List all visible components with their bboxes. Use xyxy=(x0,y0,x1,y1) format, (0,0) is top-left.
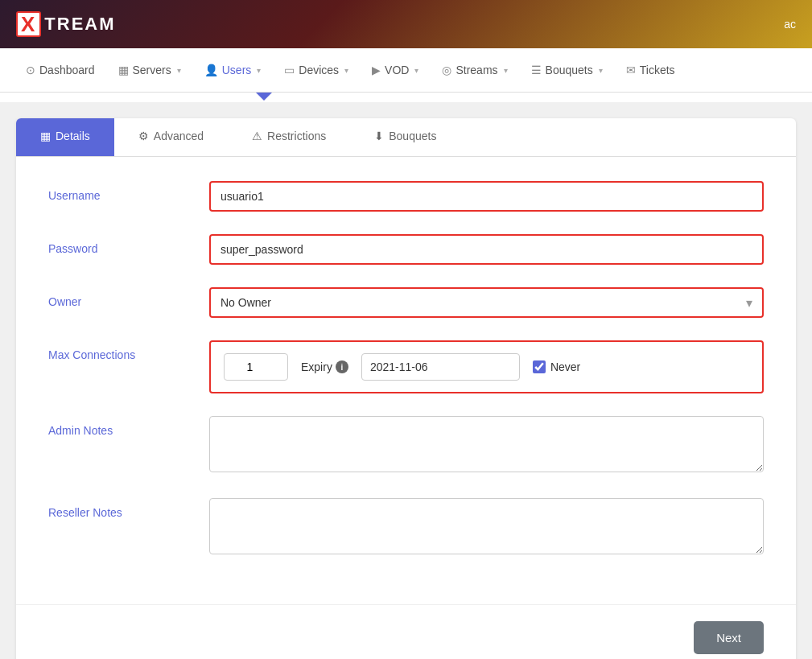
never-checkbox[interactable] xyxy=(533,360,546,373)
admin-notes-label: Admin Notes xyxy=(48,416,209,437)
tab-bar: ▦ Details ⚙ Advanced ⚠ Restrictions ⬇ Bo… xyxy=(16,118,796,157)
form-footer: Next xyxy=(16,604,796,659)
owner-row: Owner No Owner ▾ xyxy=(48,287,764,318)
owner-label: Owner xyxy=(48,287,209,308)
max-connections-control: Expiry i Never xyxy=(209,340,764,393)
username-row: Username xyxy=(48,181,764,212)
never-checkbox-label[interactable]: Never xyxy=(533,360,580,373)
content-area: ▦ Details ⚙ Advanced ⚠ Restrictions ⬇ Bo… xyxy=(0,102,812,659)
main-card: ▦ Details ⚙ Advanced ⚠ Restrictions ⬇ Bo… xyxy=(16,118,796,659)
nav-users-label: Users xyxy=(222,64,252,76)
logo: X TREAM xyxy=(16,11,116,37)
tab-advanced-label: Advanced xyxy=(154,130,204,142)
max-connections-row: Max Connections Expiry i Never xyxy=(48,340,764,393)
tab-bouquets-label: Bouquets xyxy=(389,130,436,142)
nav-bouquets-label: Bouquets xyxy=(546,64,593,76)
nav-bar: ⊙ Dashboard ▦ Servers ▾ 👤 Users ▾ ▭ Devi… xyxy=(0,48,812,93)
admin-notes-control xyxy=(209,416,764,476)
username-input[interactable] xyxy=(209,181,764,212)
max-connections-label: Max Connections xyxy=(48,340,209,361)
bouquets-tab-icon: ⬇ xyxy=(374,130,384,142)
details-tab-icon: ▦ xyxy=(40,130,51,142)
vod-chevron-icon: ▾ xyxy=(414,66,418,75)
password-input[interactable] xyxy=(209,234,764,265)
dashboard-icon: ⊙ xyxy=(26,64,35,76)
vod-icon: ▶ xyxy=(372,64,381,76)
nav-tickets-label: Tickets xyxy=(640,64,675,76)
top-bar: X TREAM ac xyxy=(0,0,812,48)
reseller-notes-textarea[interactable] xyxy=(209,498,764,554)
admin-notes-row: Admin Notes xyxy=(48,416,764,476)
tab-details-label: Details xyxy=(56,130,90,142)
password-control xyxy=(209,234,764,265)
nav-users[interactable]: 👤 Users ▾ xyxy=(195,57,271,83)
advanced-tab-icon: ⚙ xyxy=(138,130,149,142)
nav-servers[interactable]: ▦ Servers ▾ xyxy=(109,57,191,83)
username-label: Username xyxy=(48,181,209,202)
tickets-icon: ✉ xyxy=(626,64,636,76)
users-chevron-icon: ▾ xyxy=(257,66,261,75)
servers-icon: ▦ xyxy=(118,64,129,76)
admin-notes-textarea[interactable] xyxy=(209,416,764,472)
connections-wrapper: Expiry i Never xyxy=(209,340,764,393)
tab-bouquets[interactable]: ⬇ Bouquets xyxy=(350,118,460,156)
logo-text: TREAM xyxy=(44,14,115,35)
bouquets-icon: ☰ xyxy=(531,64,542,76)
reseller-notes-label: Reseller Notes xyxy=(48,498,209,519)
tab-restrictions[interactable]: ⚠ Restrictions xyxy=(228,118,350,156)
nav-dashboard-label: Dashboard xyxy=(39,64,95,76)
users-nav-indicator xyxy=(256,93,272,101)
nav-streams[interactable]: ◎ Streams ▾ xyxy=(432,57,517,83)
reseller-notes-row: Reseller Notes xyxy=(48,498,764,558)
nav-vod[interactable]: ▶ VOD ▾ xyxy=(362,57,428,83)
owner-control: No Owner ▾ xyxy=(209,287,764,318)
nav-devices-label: Devices xyxy=(299,64,339,76)
nav-vod-label: VOD xyxy=(385,64,409,76)
owner-select-wrapper: No Owner ▾ xyxy=(209,287,764,318)
next-button[interactable]: Next xyxy=(694,621,764,654)
bouquets-chevron-icon: ▾ xyxy=(599,66,603,75)
username-control xyxy=(209,181,764,212)
password-label: Password xyxy=(48,234,209,255)
tab-details[interactable]: ▦ Details xyxy=(16,118,114,156)
expiry-info-icon: i xyxy=(336,360,348,373)
nav-servers-label: Servers xyxy=(133,64,171,76)
max-connections-input[interactable] xyxy=(224,353,288,381)
nav-dashboard[interactable]: ⊙ Dashboard xyxy=(16,57,105,83)
password-row: Password xyxy=(48,234,764,265)
form-body: Username Password Owner No Owner xyxy=(16,157,796,604)
expiry-label-text: Expiry i xyxy=(301,360,348,373)
streams-chevron-icon: ▾ xyxy=(504,66,508,75)
restrictions-tab-icon: ⚠ xyxy=(252,130,262,142)
user-initials: ac xyxy=(784,18,796,31)
nav-tickets[interactable]: ✉ Tickets xyxy=(616,57,685,83)
expiry-date-input[interactable] xyxy=(361,353,520,381)
logo-x-letter: X xyxy=(16,11,41,37)
devices-icon: ▭ xyxy=(284,64,295,76)
servers-chevron-icon: ▾ xyxy=(177,66,181,75)
nav-streams-label: Streams xyxy=(455,64,497,76)
streams-icon: ◎ xyxy=(442,64,451,76)
owner-select[interactable]: No Owner xyxy=(211,289,762,316)
never-label: Never xyxy=(550,360,580,373)
users-icon: 👤 xyxy=(204,64,218,76)
tab-advanced[interactable]: ⚙ Advanced xyxy=(114,118,228,156)
devices-chevron-icon: ▾ xyxy=(344,66,348,75)
reseller-notes-control xyxy=(209,498,764,558)
nav-devices[interactable]: ▭ Devices ▾ xyxy=(274,57,358,83)
tab-restrictions-label: Restrictions xyxy=(267,130,326,142)
nav-bouquets[interactable]: ☰ Bouquets ▾ xyxy=(521,57,612,83)
expiry-text: Expiry xyxy=(301,360,332,373)
